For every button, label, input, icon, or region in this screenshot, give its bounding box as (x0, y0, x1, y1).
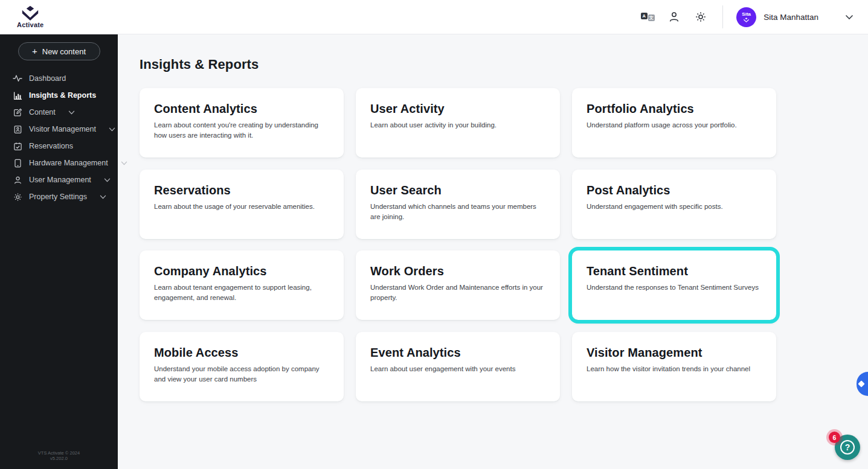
reports-grid: Content Analytics Learn about content yo… (140, 88, 868, 401)
sidebar-item-property-settings[interactable]: Property Settings (0, 188, 118, 205)
avatar: Sita (736, 7, 756, 27)
avatar-initials: Sita (742, 12, 751, 17)
activate-logo-icon (20, 5, 40, 21)
settings-icon-button[interactable] (690, 6, 712, 28)
chevron-down-icon (104, 178, 111, 182)
plus-icon: + (32, 46, 37, 56)
user-icon-button[interactable] (663, 6, 685, 28)
translate-button[interactable]: A 文 (637, 6, 658, 28)
gear-icon (695, 11, 707, 23)
report-card-event-analytics[interactable]: Event Analytics Learn about user engagem… (356, 332, 560, 401)
report-card-mobile-access[interactable]: Mobile Access Understand your mobile acc… (140, 332, 344, 401)
chevron-down-icon (109, 127, 115, 132)
chevron-down-icon (68, 110, 75, 115)
report-card-portfolio-analytics[interactable]: Portfolio Analytics Understand platform … (572, 88, 776, 158)
notification-badge: 6 (829, 432, 840, 443)
tablet-icon (13, 158, 22, 168)
activity-icon (13, 74, 22, 83)
sidebar-item-dashboard[interactable]: Dashboard (0, 70, 118, 87)
new-content-button[interactable]: + New content (18, 42, 100, 60)
main-content: Insights & Reports Content Analytics Lea… (118, 34, 868, 469)
chevron-down-icon (121, 161, 127, 165)
report-card-company-analytics[interactable]: Company Analytics Learn about tenant eng… (140, 250, 344, 320)
sidebar-nav: Dashboard Insights & Reports Content Vis… (0, 70, 118, 205)
calendar-check-icon (13, 141, 22, 151)
avatar-logo-mark (743, 18, 750, 22)
bar-chart-icon (13, 91, 22, 100)
page-title: Insights & Reports (140, 57, 868, 72)
badge-icon (13, 124, 22, 134)
new-content-label: New content (42, 47, 86, 56)
sidebar-item-user-management[interactable]: User Management (0, 171, 118, 188)
edit-icon (13, 107, 22, 117)
translate-icon: A 文 (641, 13, 655, 21)
help-button[interactable]: 6 ? (835, 435, 860, 460)
person-icon (13, 175, 22, 185)
sidebar-item-visitor-management[interactable]: Visitor Management (0, 121, 118, 138)
user-icon (668, 11, 680, 23)
sidebar: + New content Dashboard Insights & Repor… (0, 34, 118, 469)
gear-icon (13, 192, 22, 202)
header-actions: A 文 Sita (637, 5, 857, 28)
report-card-content-analytics[interactable]: Content Analytics Learn about content yo… (140, 88, 344, 158)
report-card-visitor-management[interactable]: Visitor Management Learn how the visitor… (572, 332, 776, 401)
question-mark-icon: ? (840, 440, 855, 455)
chevron-down-icon (845, 14, 854, 20)
activate-logo[interactable]: Activate (17, 5, 43, 28)
report-card-user-activity[interactable]: User Activity Learn about user activity … (356, 88, 560, 158)
sidebar-item-insights-and-reports[interactable]: Insights & Reports (0, 87, 118, 104)
header-divider (722, 5, 723, 28)
sidebar-footer: VTS Activate © 2024 v5.202.0 (0, 450, 118, 462)
footer-copyright: VTS Activate © 2024 (0, 450, 118, 456)
top-header: Activate A 文 (0, 0, 868, 34)
sidebar-item-hardware-management[interactable]: Hardware Management (0, 155, 118, 171)
footer-version: v5.202.0 (0, 456, 118, 462)
sidebar-item-reservations[interactable]: Reservations (0, 138, 118, 155)
report-card-reservations[interactable]: Reservations Learn about the usage of yo… (140, 170, 344, 239)
logo-text: Activate (17, 21, 43, 28)
report-card-tenant-sentiment[interactable]: Tenant Sentiment Understand the response… (572, 250, 776, 320)
user-name: Sita Manhattan (764, 13, 818, 22)
report-card-work-orders[interactable]: Work Orders Understand Work Order and Ma… (356, 250, 560, 320)
chevron-left-icon (858, 380, 864, 387)
report-card-post-analytics[interactable]: Post Analytics Understand engagement wit… (572, 170, 776, 239)
sidebar-item-content[interactable]: Content (0, 104, 118, 121)
report-card-user-search[interactable]: User Search Understand which channels an… (356, 170, 560, 239)
chevron-down-icon (100, 195, 106, 199)
profile-menu[interactable]: Sita Sita Manhattan (736, 7, 857, 27)
